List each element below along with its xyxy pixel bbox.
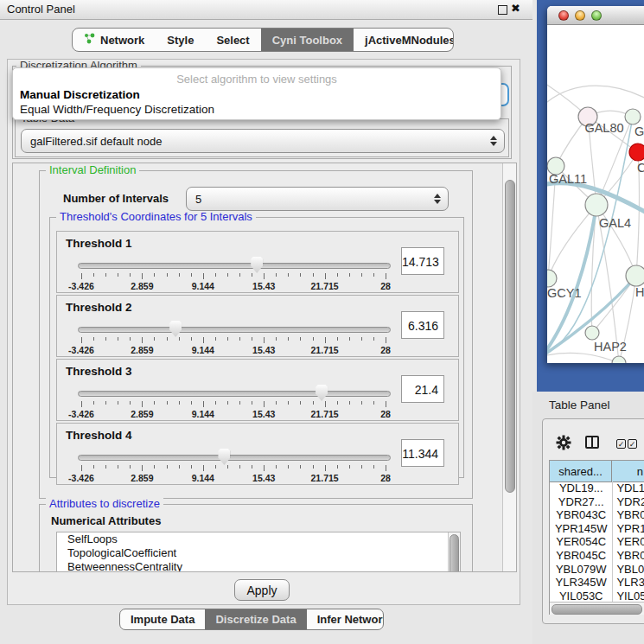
cell-name[interactable]: YBR04: [613, 549, 644, 563]
cell-shared-name[interactable]: YDL19...: [550, 481, 613, 495]
threshold-3-slider-handle[interactable]: [316, 385, 328, 401]
threshold-2-slider[interactable]: -3.4262.8599.14415.4321.71528: [78, 320, 389, 354]
slider-tick: [191, 465, 192, 469]
gear-icon[interactable]: [556, 435, 571, 454]
cell-shared-name[interactable]: YBR043C: [550, 508, 613, 522]
settings-scrollbar-thumb[interactable]: [505, 180, 515, 493]
table-row[interactable]: YBL079WYBL07: [550, 563, 644, 577]
threshold-1-slider[interactable]: -3.4262.8599.14415.4321.71528: [78, 256, 389, 290]
table-row[interactable]: YER054CYER05: [550, 535, 644, 549]
close-icon[interactable]: ✖: [511, 2, 520, 15]
column-header-name[interactable]: n: [612, 461, 644, 481]
network-node-label-HAP2: HAP2: [594, 340, 627, 354]
tab-discretize-data[interactable]: Discretize Data: [205, 609, 306, 629]
checkbox-icon[interactable]: ✓: [616, 439, 626, 449]
network-node-red-node[interactable]: [629, 143, 644, 161]
network-node-HAP2[interactable]: [585, 326, 599, 340]
table-data-combobox[interactable]: galFiltered.sif default node: [21, 129, 505, 153]
network-canvas[interactable]: GAL80GACGAL11GAL4GCY1HHAP2: [547, 24, 644, 363]
table-row[interactable]: YBR045CYBR04: [550, 549, 644, 563]
cell-shared-name[interactable]: YPR145W: [550, 522, 613, 536]
table-row[interactable]: YLR345WYLR34: [550, 576, 644, 590]
cell-shared-name[interactable]: YBR045C: [550, 549, 613, 563]
threshold-4-value-field[interactable]: 11.344: [401, 439, 444, 467]
cell-name[interactable]: YLR34: [613, 576, 644, 590]
slider-tick: [179, 401, 180, 405]
cell-name[interactable]: YIL05: [613, 590, 644, 603]
slider-track[interactable]: [78, 327, 391, 333]
network-icon: [84, 33, 95, 47]
cell-name[interactable]: YDR27: [613, 495, 644, 509]
network-window-titlebar[interactable]: [547, 6, 644, 25]
network-node-label-GAL80: GAL80: [584, 121, 623, 135]
dropdown-option-manual[interactable]: Manual Discretization: [20, 88, 140, 101]
cell-name[interactable]: YBR04: [613, 508, 644, 522]
cell-shared-name[interactable]: YDR27...: [550, 495, 613, 509]
column-header-shared-name[interactable]: shared...: [550, 461, 612, 481]
slider-tick: [337, 401, 338, 405]
tab-select[interactable]: Select: [205, 29, 260, 51]
cell-name[interactable]: YER05: [613, 535, 644, 549]
network-node-bottom-node[interactable]: [612, 356, 626, 363]
cell-shared-name[interactable]: YIL053C: [550, 590, 613, 603]
network-node-H-node[interactable]: [626, 265, 644, 286]
attribute-list-item[interactable]: SelfLoops: [57, 532, 460, 546]
slider-track[interactable]: [78, 263, 391, 269]
slider-track[interactable]: [78, 455, 391, 461]
close-traffic-light[interactable]: [558, 10, 569, 21]
threshold-3-value-field[interactable]: 21.4: [401, 375, 444, 403]
table-horizontal-scrollbar[interactable]: [550, 602, 644, 615]
slider-tick: [215, 465, 216, 469]
tab-cyni-toolbox[interactable]: Cyni Toolbox: [261, 29, 354, 51]
cell-shared-name[interactable]: YBL079W: [550, 563, 613, 577]
cyni-bottom-tabbar: Impute Data Discretize Data Infer Networ…: [119, 609, 384, 630]
tab-infer-network[interactable]: Infer Network: [307, 609, 384, 629]
threshold-2-value-field[interactable]: 6.316: [401, 311, 444, 339]
cell-name[interactable]: YBL07: [613, 563, 644, 577]
zoom-traffic-light[interactable]: [591, 10, 602, 21]
threshold-1-value-field[interactable]: 14.713: [401, 247, 444, 275]
tab-style[interactable]: Style: [156, 29, 205, 51]
settings-scrollbar[interactable]: [502, 163, 516, 571]
table-row[interactable]: YIL053CYIL05: [550, 590, 644, 603]
apply-button[interactable]: Apply: [234, 579, 290, 601]
dropdown-option-equal-width[interactable]: Equal Width/Frequency Discretization: [20, 103, 214, 116]
network-node-GAL4[interactable]: [585, 194, 608, 216]
table-hscrollbar-thumb[interactable]: [552, 604, 642, 615]
network-node-GAL-tr[interactable]: [625, 109, 641, 124]
cell-name[interactable]: YDL19: [613, 481, 644, 495]
threshold-2-slider-handle[interactable]: [169, 321, 182, 337]
threshold-1-slider-handle[interactable]: [251, 257, 263, 273]
slider-track[interactable]: [78, 391, 391, 397]
table-row[interactable]: YDR27...YDR27: [550, 495, 644, 509]
tab-jactivemnodules[interactable]: jActiveMNodules: [354, 29, 454, 51]
minimize-traffic-light[interactable]: [575, 10, 585, 21]
cell-name[interactable]: YPR14: [613, 522, 644, 536]
attribute-list-item[interactable]: TopologicalCoefficient: [57, 546, 460, 560]
attribute-list-item[interactable]: BetweennessCentrality: [57, 560, 460, 572]
tab-impute-data[interactable]: Impute Data: [120, 609, 205, 629]
list-scrollbar[interactable]: [448, 532, 460, 572]
numerical-attributes-list[interactable]: SelfLoopsTopologicalCoefficientBetweenne…: [56, 532, 461, 572]
slider-tick: [361, 465, 362, 469]
threshold-3-slider[interactable]: -3.4262.8599.14415.4321.71528: [78, 384, 389, 418]
split-columns-icon[interactable]: [585, 436, 599, 449]
network-node-GCY1[interactable]: [547, 270, 557, 287]
network-view-window[interactable]: GAL80GACGAL11GAL4GCY1HHAP2: [547, 6, 644, 363]
table-row[interactable]: YPR145WYPR14: [550, 522, 644, 536]
list-scrollbar-thumb[interactable]: [450, 534, 459, 572]
number-of-intervals-combobox[interactable]: 5: [186, 187, 449, 211]
table-row[interactable]: YBR043CYBR04: [550, 508, 644, 522]
slider-tick: [203, 465, 204, 471]
checkbox-icon[interactable]: ✓: [628, 439, 637, 449]
threshold-4-slider[interactable]: -3.4262.8599.14415.4321.71528: [78, 448, 389, 482]
threshold-4-slider-handle[interactable]: [218, 449, 230, 465]
slider-tick: [337, 337, 338, 341]
slider-tick: [203, 273, 204, 279]
float-window-icon[interactable]: [498, 5, 507, 15]
slider-tick: [276, 273, 277, 277]
cell-shared-name[interactable]: YLR345W: [550, 576, 613, 590]
table-row[interactable]: YDL19...YDL19: [550, 481, 644, 495]
cell-shared-name[interactable]: YER054C: [550, 535, 613, 549]
tab-network[interactable]: Network: [73, 29, 156, 51]
